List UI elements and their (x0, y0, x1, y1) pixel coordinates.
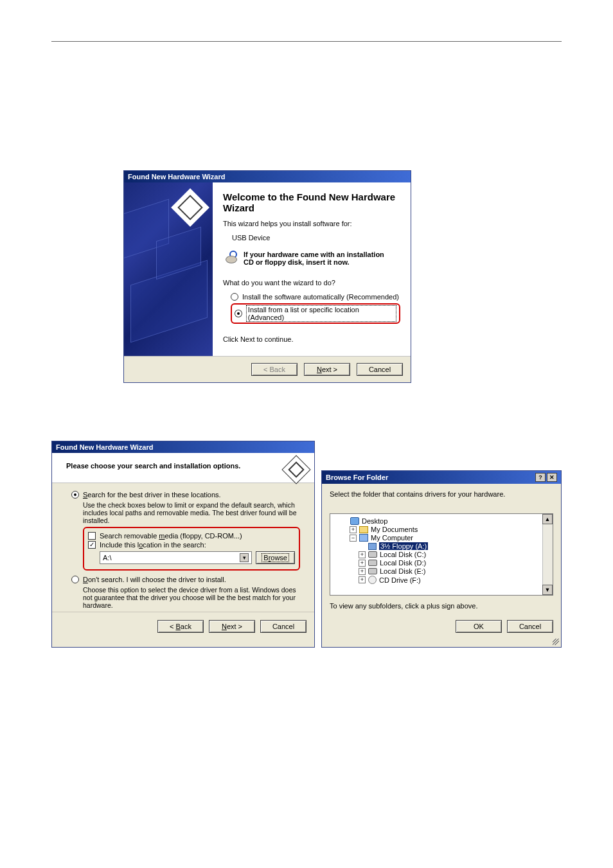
tree-label: Local Disk (E:) (380, 567, 426, 575)
cancel-button[interactable]: Cancel (507, 620, 553, 633)
expand-icon[interactable]: + (359, 560, 366, 567)
wizard-question: What do you want the wizard to do? (223, 279, 400, 287)
tree-node-d[interactable]: + Local Disk (D:) (359, 559, 551, 567)
radio-search-best[interactable]: Search for the best driver in these loca… (71, 491, 300, 499)
cd-floppy-note: If your hardware came with an installati… (244, 251, 391, 266)
close-button[interactable]: ✕ (547, 473, 557, 482)
chk-include-location[interactable]: ✓ Include this location in the search: (88, 541, 295, 549)
top-divider (51, 41, 562, 42)
wizard-dialog-2: Found New Hardware Wizard Please choose … (51, 441, 315, 648)
titlebar-text: Found New Hardware Wizard (128, 173, 225, 181)
folder-tree[interactable]: ▲ ▼ Desktop + My Documents (330, 513, 553, 596)
chip-icon (281, 455, 310, 484)
chk-removable-label: Search removable media (floppy, CD-ROM..… (100, 532, 242, 540)
expand-icon[interactable]: + (359, 568, 366, 575)
scroll-up-icon[interactable]: ▲ (542, 514, 553, 524)
folder-icon (359, 526, 368, 533)
back-button[interactable]: < Back (157, 620, 204, 633)
radio-list-install[interactable] (235, 310, 242, 317)
wizard-heading: Welcome to the Found New Hardware Wizard (223, 191, 400, 213)
tree-label: My Documents (371, 526, 418, 533)
tree-node-mydocs[interactable]: + My Documents (350, 526, 551, 533)
ok-button[interactable]: OK (456, 620, 502, 633)
back-button[interactable]: < Back (251, 363, 298, 376)
resize-grip-icon[interactable] (322, 639, 561, 647)
cancel-button[interactable]: Cancel (260, 620, 306, 633)
chk-removable[interactable]: Search removable media (floppy, CD-ROM..… (88, 532, 295, 540)
tree-label: Local Disk (C:) (380, 551, 426, 558)
help-button[interactable]: ? (535, 473, 546, 482)
radio-search-label: Search for the best driver in these loca… (83, 491, 221, 499)
next-button[interactable]: Next > (209, 620, 255, 633)
radio-dont-search[interactable]: Don't search. I will choose the driver t… (71, 576, 300, 583)
cd-icon (368, 576, 377, 584)
search-desc: Use the check boxes below to limit or ex… (83, 501, 300, 524)
desktop-icon (350, 517, 359, 525)
tree-label: My Computer (371, 534, 413, 542)
expand-icon[interactable]: + (350, 526, 357, 533)
expand-icon[interactable]: + (359, 551, 366, 558)
drive-icon (368, 568, 377, 574)
scroll-down-icon[interactable]: ▼ (542, 585, 553, 595)
floppy-icon (368, 543, 377, 550)
tree-label: Local Disk (D:) (380, 559, 426, 567)
continue-note: Click Next to continue. (223, 335, 400, 343)
tree-node-c[interactable]: + Local Disk (C:) (359, 551, 551, 558)
radio-auto-install[interactable]: Install the software automatically (Reco… (231, 293, 400, 301)
collapse-icon[interactable]: − (350, 535, 357, 542)
highlight-ring-location: Search removable media (floppy, CD-ROM..… (83, 527, 300, 571)
tree-label: CD Drive (F:) (379, 576, 421, 584)
radio-auto-label: Install the software automatically (Reco… (242, 293, 399, 301)
tree-node-e[interactable]: + Local Disk (E:) (359, 567, 551, 575)
tree-node-desktop[interactable]: Desktop (341, 517, 551, 525)
titlebar: Browse For Folder ? ✕ (322, 471, 561, 484)
dont-search-desc: Choose this option to select the device … (83, 586, 300, 609)
scroll-track[interactable] (542, 524, 553, 585)
titlebar-text: Browse For Folder (326, 474, 388, 481)
wizard-side-graphic (124, 182, 213, 356)
wizard-dialog-1: Found New Hardware Wizard Welcome to the… (123, 170, 411, 383)
location-value: A:\ (103, 554, 111, 562)
chip-icon (171, 188, 209, 226)
titlebar: Found New Hardware Wizard (124, 171, 411, 182)
next-button[interactable]: Next > (304, 363, 350, 376)
tree-label: Desktop (362, 517, 387, 525)
dropdown-icon[interactable]: ▾ (240, 553, 249, 562)
insert-disc-icon (223, 251, 240, 267)
drive-icon (368, 560, 377, 566)
titlebar: Found New Hardware Wizard (52, 441, 314, 453)
cancel-button[interactable]: Cancel (357, 363, 403, 376)
chk-location-label: Include this location in the search: (100, 541, 206, 549)
dialog2-heading: Please choose your search and installati… (66, 459, 240, 470)
location-combo[interactable]: A:\ ▾ (100, 551, 252, 564)
titlebar-text: Found New Hardware Wizard (56, 443, 153, 451)
computer-icon (359, 534, 368, 542)
tree-node-f[interactable]: + CD Drive (F:) (359, 576, 551, 584)
device-name: USB Device (232, 234, 400, 242)
drive-icon (368, 551, 377, 558)
expand-icon[interactable]: + (359, 576, 366, 583)
browse-button[interactable]: Browse (256, 551, 295, 564)
browse-hint: To view any subfolders, click a plus sig… (330, 602, 553, 610)
radio-dont-label: Don't search. I will choose the driver t… (83, 576, 226, 583)
wizard-intro: This wizard helps you install software f… (223, 220, 400, 227)
browse-message: Select the folder that contains drivers … (330, 490, 553, 498)
tree-label-selected: 3½ Floppy (A:) (379, 542, 428, 550)
browse-folder-dialog: Browse For Folder ? ✕ Select the folder … (321, 470, 562, 648)
radio-list-label: Install from a list or specific location… (246, 305, 396, 322)
highlight-ring-advanced: Install from a list or specific location… (231, 303, 400, 324)
tree-node-floppy[interactable]: 3½ Floppy (A:) (359, 542, 551, 550)
tree-node-mycomputer[interactable]: − My Computer (350, 534, 551, 542)
